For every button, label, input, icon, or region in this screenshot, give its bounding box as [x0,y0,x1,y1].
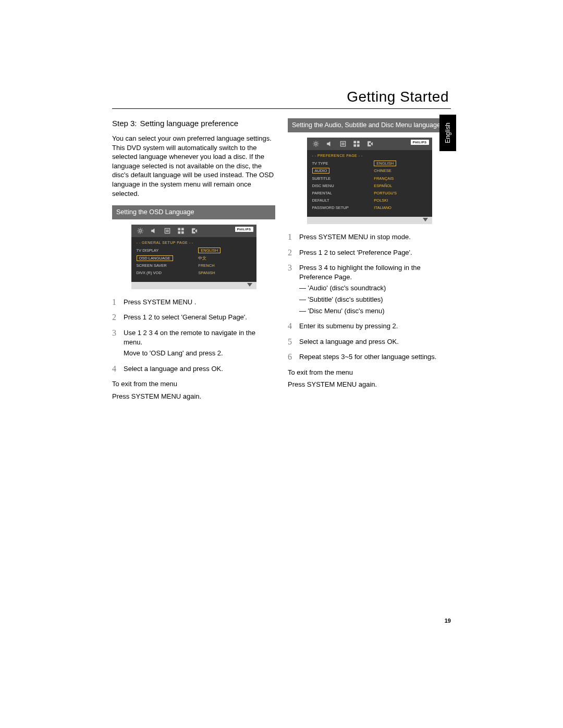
list-icon [164,227,171,235]
menu-item: PARENTAL [312,190,372,197]
exit-line1: To exit from the menu [288,368,451,377]
menu-rows: TV DISPLAYOSD LANGUAGESCREEN SAVERDIVX (… [131,247,256,277]
menu-left-col: TV TYPEAUDIOSUBTITLEDISC MENUPARENTALDEF… [307,160,372,212]
step-item: 4Enter its submenu by pressing 2. [288,322,451,331]
menu-item: SUBTITLE [312,175,372,182]
svg-rect-2 [178,228,180,230]
menu-page-title: - - GENERAL SETUP PAGE - - [131,239,256,247]
left-column: Step 3: Setting language preference You … [112,118,275,401]
menu-item: SCREEN SAVER [137,262,197,269]
step-number: Step 3: [112,118,137,129]
menu-item: DISC MENU [312,182,372,190]
step-bullet: — 'Audio' (disc's soundtrack) [299,283,451,293]
step-number: 2 [288,248,299,257]
step-text: Press 1 2 to select 'Preference Page'. [299,248,451,257]
menu-item: AUDIO [312,167,372,175]
svg-rect-4 [178,231,180,233]
left-step-list: 1Press SYSTEM MENU .2Press 1 2 to select… [112,298,275,373]
svg-rect-10 [353,144,356,146]
step-extra: Move to 'OSD Lang' and press 2. [124,349,275,358]
speaker-icon [150,227,157,235]
content-columns: Step 3: Setting language preference You … [112,118,451,401]
list-icon [339,140,347,147]
menu-item: TV DISPLAY [137,247,197,254]
step-body: Press 1 2 to select 'General Setup Page'… [124,313,275,322]
menu-footer [131,282,256,289]
step-body: Use 1 2 3 4 on the remote to navigate in… [124,328,275,358]
page-title: Getting Started [112,89,451,105]
step-body: Press 1 2 to select 'Preference Page'. [299,248,451,257]
exit-note: To exit from the menu Press SYSTEM MENU … [288,368,451,389]
step-number: 1 [112,298,124,307]
menu-value: FRANÇAIS [374,175,432,182]
step-body: Repeat steps 3~5 for other language sett… [299,352,451,362]
svg-rect-11 [357,144,359,146]
grid-icon [177,227,185,235]
menu-value: PORTUGU'S [374,190,432,197]
svg-rect-3 [181,228,183,230]
step-item: 6Repeat steps 3~5 for other language set… [288,352,451,362]
exit-line1: To exit from the menu [112,379,275,389]
step-number: 2 [112,313,124,322]
step-bullet: — 'Subtitle' (disc's subtitles) [299,295,451,304]
step-body: Press 3 4 to highlight the following in … [299,263,451,315]
step-number: 4 [288,322,299,331]
speaker-icon [326,140,333,147]
menu-value: 中文 [198,255,256,262]
step-number: 3 [112,328,124,338]
step-item: 2Press 1 2 to select 'Preference Page'. [288,248,451,257]
step-text: Enter its submenu by pressing 2. [299,322,451,331]
step-bullet: — 'Disc Menu' (disc's menu) [299,306,451,316]
step-item: 5Select a language and press OK. [288,337,451,347]
menu-value: ENGLISH [198,247,256,254]
menu-page-title: - - PREFERENCE PAGE - - [307,152,432,160]
exit-line2: Press SYSTEM MENU again. [112,392,275,401]
menu-body: - - PREFERENCE PAGE - - TV TYPEAUDIOSUBT… [307,150,432,217]
exit-icon [191,227,198,235]
step-number: 1 [288,232,299,242]
menu-value: FRENCH [198,262,256,269]
menu-value: ENGLISH [374,160,432,167]
exit-icon [366,140,374,147]
menu-right-col: ENGLISH中文FRENCHSPANISH [196,247,256,277]
language-tab-label: English [444,122,451,143]
svg-rect-8 [353,141,356,143]
brand-badge: PHILIPS [235,227,253,232]
step-body: Select a language and press OK. [299,337,451,347]
down-arrow-icon [423,218,428,221]
step-number: 5 [288,337,299,347]
exit-line2: Press SYSTEM MENU again. [288,380,451,389]
menu-right-col: ENGLISHCHINESEFRANÇAISESPAÑOLPORTUGU'SPO… [372,160,432,212]
divider [112,108,451,109]
osd-menu-screenshot: PHILIPS - - GENERAL SETUP PAGE - - TV DI… [131,225,256,289]
step-item: 2Press 1 2 to select 'General Setup Page… [112,313,275,322]
menu-footer [307,217,432,224]
svg-rect-9 [357,141,359,143]
step-text: Repeat steps 3~5 for other language sett… [299,352,451,362]
intro-paragraph: You can select your own preferred langua… [112,134,275,198]
svg-point-0 [139,230,141,232]
menu-left-col: TV DISPLAYOSD LANGUAGESCREEN SAVERDIVX (… [131,247,197,277]
step-item: 3Use 1 2 3 4 on the remote to navigate i… [112,328,275,358]
step-heading: Step 3: Setting language preference [112,118,275,129]
menu-value: ESPAÑOL [374,182,432,190]
step-body: Press SYSTEM MENU in stop mode. [299,232,451,242]
right-step-list: 1Press SYSTEM MENU in stop mode.2Press 1… [288,232,451,362]
exit-note: To exit from the menu Press SYSTEM MENU … [112,379,275,401]
step-text: Press SYSTEM MENU . [124,298,275,307]
menu-item: DIVX (R) VOD [137,269,197,277]
step-item: 1Press SYSTEM MENU . [112,298,275,307]
down-arrow-icon [247,283,252,287]
step-number: 3 [288,263,299,273]
section-osd-language: Setting the OSD Language [112,205,275,219]
menu-value: POLSKI [374,197,432,204]
step-item: 1Press SYSTEM MENU in stop mode. [288,232,451,242]
menu-tab-bar: PHILIPS [307,138,432,150]
step-item: 4Select a language and press OK. [112,364,275,374]
right-column: Setting the Audio, Subtitle and Disc Men… [288,118,451,401]
step-text: Press 3 4 to highlight the following in … [299,263,451,281]
step-body: Enter its submenu by pressing 2. [299,322,451,331]
step-item: 3Press 3 4 to highlight the following in… [288,263,451,315]
step-text: Select a language and press OK. [299,337,451,347]
language-tab: English [439,115,456,151]
